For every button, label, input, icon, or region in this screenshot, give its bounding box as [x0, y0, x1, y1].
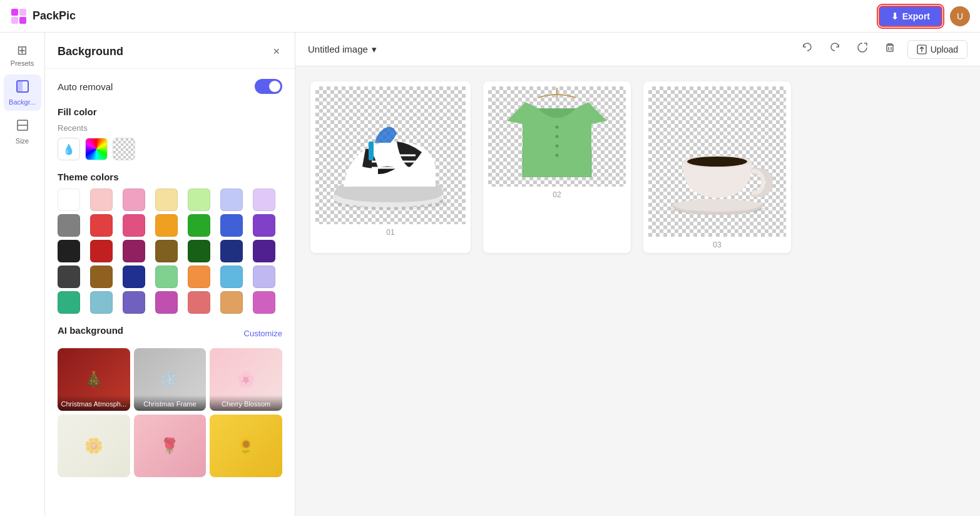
ai-card-label-cherry-blossom: Cherry Blossom [210, 395, 282, 411]
background-panel: Background × Auto removal Fill color Rec… [45, 33, 295, 516]
undo-button[interactable] [797, 39, 817, 59]
color-swatch-21[interactable] [58, 266, 80, 288]
color-swatch-32[interactable] [188, 291, 210, 314]
upload-button[interactable]: Upload [907, 40, 967, 59]
ai-card-row2-3[interactable]: 🌻 [210, 415, 282, 477]
auto-removal-toggle[interactable] [255, 79, 282, 94]
upload-label: Upload [931, 44, 958, 54]
redo-button[interactable] [825, 39, 845, 59]
sidebar-item-label-background: Backgr... [9, 98, 36, 106]
delete-button[interactable] [880, 39, 900, 59]
color-swatch-28[interactable] [58, 291, 80, 314]
color-swatch-9[interactable] [123, 214, 145, 237]
color-swatch-0[interactable] [58, 188, 80, 211]
canvas-title-chevron: ▾ [372, 44, 377, 55]
ai-card-christmas-frame[interactable]: ❄️Christmas Frame [134, 348, 207, 411]
svg-rect-2 [11, 17, 18, 24]
reset-button[interactable] [852, 39, 872, 59]
avatar[interactable]: U [950, 6, 970, 26]
ai-card-cherry-blossom[interactable]: 🌸Cherry Blossom [210, 348, 282, 411]
color-swatch-12[interactable] [220, 214, 243, 237]
ai-card-deco-row2-2: 🌹 [134, 415, 207, 477]
color-swatch-14[interactable] [58, 240, 80, 262]
color-swatch-2[interactable] [123, 188, 145, 211]
ai-card-label-christmas-atm: Christmas Atmosph... [58, 395, 130, 411]
sidebar-item-label-size: Size [16, 137, 29, 145]
panel-title: Background [58, 45, 123, 58]
color-swatch-10[interactable] [155, 214, 178, 237]
color-swatch-19[interactable] [220, 240, 243, 262]
fill-color-section: Fill color Recents 💧 Theme colors [58, 106, 282, 314]
sidebar-item-presets[interactable]: ⊞ Presets [4, 38, 41, 72]
canvas-action-buttons: Upload [797, 39, 967, 59]
sidebar-item-background[interactable]: Backgr... [4, 75, 41, 111]
color-swatch-4[interactable] [188, 188, 210, 211]
color-swatch-34[interactable] [253, 291, 275, 314]
color-swatch-8[interactable] [90, 214, 113, 237]
transparent-swatch[interactable] [113, 138, 135, 160]
auto-removal-row: Auto removal [58, 79, 282, 94]
icon-sidebar: ⊞ Presets Backgr... Size [0, 33, 45, 516]
color-swatch-17[interactable] [155, 240, 178, 262]
color-swatch-7[interactable] [58, 214, 80, 237]
color-swatch-20[interactable] [253, 240, 275, 262]
ai-card-christmas-atm[interactable]: 🎄Christmas Atmosph... [58, 348, 130, 411]
color-swatch-13[interactable] [253, 214, 275, 237]
color-swatch-5[interactable] [220, 188, 243, 211]
svg-point-29 [687, 157, 747, 167]
ai-card-row2-2[interactable]: 🌹 [134, 415, 207, 477]
ai-card-label-christmas-frame: Christmas Frame [134, 395, 207, 411]
eyedropper-swatch[interactable]: 💧 [58, 138, 80, 160]
color-swatch-27[interactable] [253, 266, 275, 288]
canvas-toolbar: Untitled image ▾ Upload [295, 33, 980, 66]
color-swatch-31[interactable] [155, 291, 178, 314]
color-swatch-25[interactable] [188, 266, 210, 288]
sidebar-item-size[interactable]: Size [4, 113, 41, 150]
color-swatch-29[interactable] [90, 291, 113, 314]
panel-close-button[interactable]: × [270, 43, 282, 61]
svg-rect-8 [887, 45, 893, 51]
svg-point-20 [556, 126, 559, 129]
svg-point-22 [556, 145, 559, 148]
color-swatch-15[interactable] [90, 240, 113, 262]
logo-icon [10, 8, 28, 25]
color-swatch-3[interactable] [155, 188, 178, 211]
image-grid: 01 [295, 66, 980, 516]
color-swatch-16[interactable] [123, 240, 145, 262]
theme-colors-title: Theme colors [58, 172, 282, 182]
canvas-area: Untitled image ▾ Upload [295, 33, 980, 516]
ai-card-row2-1[interactable]: 🌼 [58, 415, 130, 477]
image-card-03[interactable]: 03 [643, 81, 791, 253]
logo: PackPic [10, 8, 76, 25]
ai-cards-grid: 🎄Christmas Atmosph...❄️Christmas Frame🌸C… [58, 348, 282, 477]
color-swatch-18[interactable] [188, 240, 210, 262]
color-swatch-6[interactable] [253, 188, 275, 211]
color-swatch-33[interactable] [220, 291, 243, 314]
svg-point-21 [556, 135, 559, 138]
svg-rect-1 [19, 9, 26, 16]
app-header: PackPic ⬇ Export U [0, 0, 980, 33]
panel-header: Background × [45, 33, 295, 69]
color-swatch-22[interactable] [90, 266, 113, 288]
background-icon [16, 80, 29, 96]
image-03-inner [648, 86, 786, 237]
rainbow-swatch[interactable] [85, 138, 108, 160]
ai-bg-header: AI background Customize [58, 325, 282, 342]
header-actions: ⬇ Export U [879, 6, 970, 27]
canvas-title-row[interactable]: Untitled image ▾ [308, 44, 377, 55]
color-swatch-1[interactable] [90, 188, 113, 211]
customize-link[interactable]: Customize [244, 329, 282, 338]
color-swatch-11[interactable] [188, 214, 210, 237]
presets-icon: ⊞ [17, 43, 28, 58]
image-card-01[interactable]: 01 [310, 81, 471, 253]
export-label: Export [902, 11, 930, 21]
color-swatch-26[interactable] [220, 266, 243, 288]
export-button[interactable]: ⬇ Export [879, 6, 942, 27]
auto-removal-label: Auto removal [58, 81, 113, 92]
image-card-02[interactable]: 02 [483, 81, 631, 253]
color-swatch-24[interactable] [155, 266, 178, 288]
sidebar-item-label-presets: Presets [11, 59, 34, 67]
image-02-inner [488, 86, 626, 187]
color-swatch-30[interactable] [123, 291, 145, 314]
color-swatch-23[interactable] [123, 266, 145, 288]
